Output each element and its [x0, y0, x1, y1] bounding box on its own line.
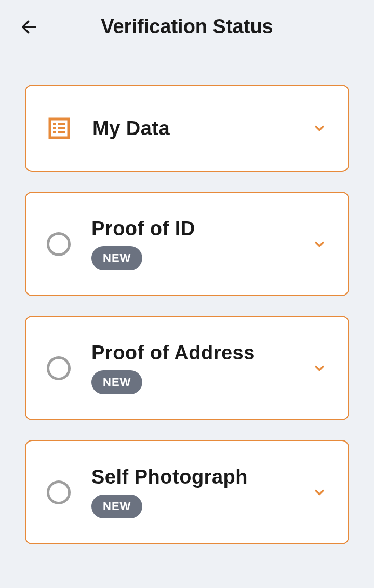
card-title: Proof of Address [91, 342, 312, 364]
chevron-down-icon [312, 121, 327, 136]
svg-rect-3 [58, 123, 65, 125]
svg-rect-6 [53, 131, 56, 133]
status-circle-icon [47, 232, 71, 256]
card-title: Self Photograph [91, 466, 312, 488]
svg-rect-5 [58, 127, 65, 129]
status-badge: NEW [91, 246, 142, 270]
arrow-left-icon [20, 18, 38, 36]
svg-rect-7 [58, 131, 65, 133]
card-title: Proof of ID [91, 218, 312, 240]
status-circle-icon [47, 356, 71, 380]
content: My Data Proof of ID NEW Proof of Address… [0, 54, 374, 544]
status-badge: NEW [91, 495, 142, 518]
back-button[interactable] [19, 17, 39, 37]
card-title: My Data [92, 117, 312, 140]
chevron-down-icon [312, 360, 327, 376]
svg-rect-4 [53, 127, 56, 129]
chevron-down-icon [312, 236, 327, 252]
status-circle-icon [47, 480, 71, 504]
chevron-down-icon [312, 485, 327, 500]
header: Verification Status [0, 0, 374, 54]
card-self-photograph[interactable]: Self Photograph NEW [25, 440, 349, 544]
page-title: Verification Status [19, 16, 355, 38]
card-body: Self Photograph NEW [91, 466, 312, 518]
list-icon [47, 116, 72, 141]
card-body: Proof of ID NEW [91, 218, 312, 270]
card-my-data[interactable]: My Data [25, 85, 349, 172]
status-badge: NEW [91, 370, 142, 394]
card-proof-of-address[interactable]: Proof of Address NEW [25, 316, 349, 420]
svg-rect-2 [53, 123, 56, 125]
card-body: My Data [92, 117, 312, 140]
card-proof-of-id[interactable]: Proof of ID NEW [25, 192, 349, 296]
card-body: Proof of Address NEW [91, 342, 312, 394]
